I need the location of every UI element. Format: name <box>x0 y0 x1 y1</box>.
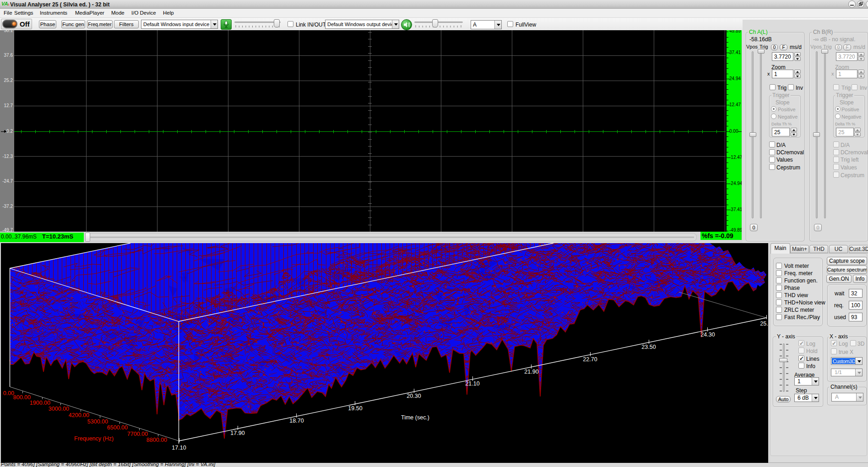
svg-text:3000.00: 3000.00 <box>49 406 69 412</box>
svg-text:37.6: 37.6 <box>4 53 13 58</box>
svg-text:17.90: 17.90 <box>230 430 244 436</box>
svg-text:-12.3: -12.3 <box>2 154 13 159</box>
svg-text:-49.7: -49.7 <box>2 228 13 232</box>
svg-text:21.10: 21.10 <box>465 380 479 387</box>
svg-text:1900.00: 1900.00 <box>30 400 50 406</box>
svg-text:19.50: 19.50 <box>348 405 362 412</box>
svg-text:0.2: 0.2 <box>6 129 13 134</box>
svg-text:20.30: 20.30 <box>407 393 421 399</box>
svg-text:12.7: 12.7 <box>4 103 13 108</box>
svg-text:50.1: 50.1 <box>4 30 13 33</box>
svg-text:0.00: 0.00 <box>729 129 738 134</box>
svg-text:24.94: 24.94 <box>729 76 741 81</box>
svg-text:21.90: 21.90 <box>524 369 538 375</box>
svg-text:4200.00: 4200.00 <box>69 412 89 418</box>
svg-text:23.50: 23.50 <box>641 344 656 350</box>
svg-text:17.10: 17.10 <box>172 445 186 451</box>
svg-text:6500.00: 6500.00 <box>107 424 128 431</box>
svg-text:Frequency (Hz): Frequency (Hz) <box>74 435 114 442</box>
svg-text:-37.41: -37.41 <box>729 207 742 212</box>
svg-text:37.41: 37.41 <box>729 50 741 55</box>
svg-text:-12.47: -12.47 <box>729 155 742 160</box>
svg-text:-24.94: -24.94 <box>729 181 742 186</box>
svg-text:25.10: 25.10 <box>760 320 768 327</box>
svg-text:5300.00: 5300.00 <box>87 418 108 425</box>
svg-text:-24.7: -24.7 <box>2 179 13 184</box>
svg-text:-37.2: -37.2 <box>2 204 13 209</box>
svg-text:18.70: 18.70 <box>289 418 304 424</box>
svg-text:49.89: 49.89 <box>729 30 741 33</box>
svg-text:24.30: 24.30 <box>700 331 715 338</box>
svg-text:0.00: 0.00 <box>3 390 14 396</box>
svg-text:12.47: 12.47 <box>729 102 741 107</box>
svg-text:Time (sec.): Time (sec.) <box>401 414 429 421</box>
svg-text:-49.89: -49.89 <box>729 228 742 232</box>
svg-text:8800.00: 8800.00 <box>146 437 167 443</box>
svg-text:25.2: 25.2 <box>4 78 13 83</box>
svg-text:7700.00: 7700.00 <box>127 431 148 437</box>
svg-text:800.00: 800.00 <box>13 394 31 401</box>
svg-text:22.70: 22.70 <box>583 356 597 363</box>
